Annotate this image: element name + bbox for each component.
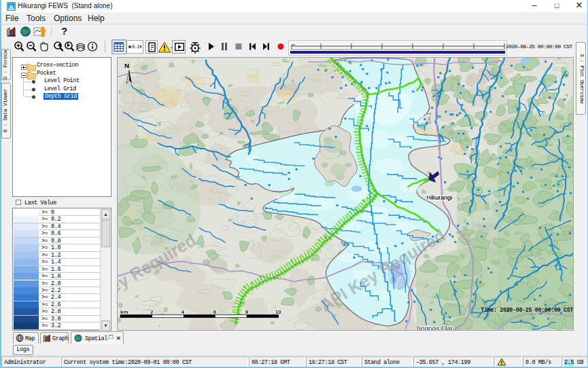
svg-text:8: 8	[245, 309, 249, 315]
svg-text:4: 4	[181, 309, 185, 315]
svg-text:N: N	[124, 62, 129, 69]
svg-text:10: 10	[275, 309, 281, 315]
svg-text:Time: 2020-08-25 00:00:00 CST: Time: 2020-08-25 00:00:00 CST	[481, 307, 573, 314]
svg-text:km: km	[120, 309, 128, 315]
svg-text:Springs Flat: Springs Flat	[416, 325, 452, 331]
svg-text:2: 2	[150, 309, 154, 315]
svg-text:SH 1: SH 1	[426, 112, 432, 124]
svg-text:Hikurangi: Hikurangi	[426, 194, 452, 201]
svg-text:6: 6	[213, 309, 217, 315]
